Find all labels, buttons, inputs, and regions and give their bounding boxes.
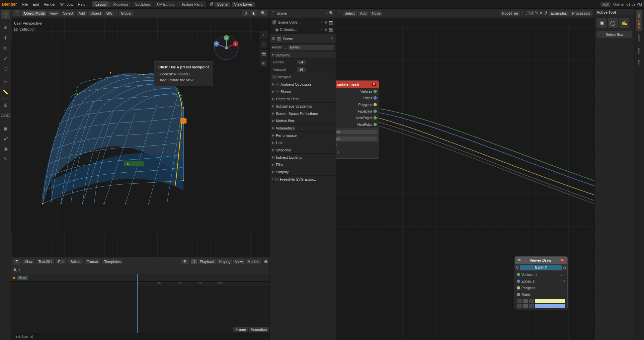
select-mode-circle-btn[interactable]: ◯	[608, 18, 618, 28]
viewport-view-btn[interactable]: View	[48, 11, 60, 16]
collection-cam2-icon[interactable]: 📷	[329, 28, 334, 32]
timeline-search-icon[interactable]: 🔍	[181, 259, 189, 264]
viewport-search-btn[interactable]: 🔍	[259, 10, 268, 16]
motionblur-section[interactable]: ▶ Motion Blur	[270, 117, 336, 125]
select-box-btn[interactable]: Select Box	[597, 31, 632, 38]
tab-item[interactable]: Item	[636, 45, 642, 57]
viewport-object-btn[interactable]: Object	[88, 11, 103, 16]
render-props-edit-icon[interactable]: ✎	[331, 37, 334, 41]
viewer-vertices-socket[interactable]	[517, 273, 520, 276]
color-swatch-3[interactable]	[529, 299, 534, 303]
scene-vis-icon[interactable]: ✓	[320, 20, 323, 25]
color-swatch-blue[interactable]	[535, 304, 565, 308]
sidebar-sculpt-icon[interactable]: ◉	[1, 144, 10, 153]
viewport-checkbox[interactable]: ✓	[273, 75, 277, 79]
sidebar-add-icon[interactable]: ⊞	[1, 100, 10, 110]
viewport-shading-btn[interactable]: ◐	[250, 10, 258, 16]
dof-section[interactable]: ▶ Depth of Field	[270, 95, 336, 103]
current-frame-display[interactable]: 1	[191, 259, 197, 264]
axis-widget[interactable]: Y X Z	[213, 35, 240, 61]
workspace-modeling[interactable]: Modeling	[110, 1, 131, 7]
simplify-section[interactable]: ▶ Simplify	[270, 168, 336, 176]
beauty-dropdown-2[interactable]: Beauty	[336, 136, 377, 141]
sss-section[interactable]: ▶ Subsurface Scattering	[270, 103, 336, 110]
timeline-text-btn[interactable]: Text.001	[37, 259, 54, 264]
outliner-search-icon[interactable]: 🔍	[329, 11, 334, 15]
sidebar-select-icon[interactable]: ▣	[1, 124, 10, 133]
menu-edit[interactable]: Edit	[31, 2, 41, 7]
node-menu-icon[interactable]: ☰	[338, 11, 341, 15]
viewer-matrix-socket[interactable]	[517, 293, 520, 296]
timeline-record-btn[interactable]	[264, 260, 268, 263]
color-swatch-6[interactable]	[529, 304, 534, 308]
select-mode-lasso-btn[interactable]: ✍	[619, 18, 629, 28]
tab-tool[interactable]: Tool	[636, 57, 642, 69]
viewport-zoom-out-icon[interactable]: −	[260, 41, 268, 48]
collection-ex-icon[interactable]: ◉	[324, 28, 328, 32]
outliner-icon-1[interactable]: ⊞	[325, 11, 328, 15]
sidebar-annotate-icon[interactable]: ✏	[1, 77, 10, 86]
freestyle-checkbox[interactable]	[275, 178, 279, 181]
processing-btn[interactable]: Processing	[570, 11, 592, 16]
viewport-gis-btn[interactable]: GIS	[104, 11, 115, 16]
volumetrics-section[interactable]: ▶ Volumetrics	[270, 125, 336, 132]
sidebar-paint-icon[interactable]: 🖌	[1, 134, 10, 143]
viewport-global-btn[interactable]: Global	[119, 11, 133, 16]
sidebar-gpencil-icon[interactable]: ✎	[1, 154, 10, 164]
scene-sel-icon[interactable]: ◉	[324, 20, 328, 25]
triangulate-mesh-node[interactable]: Triangulate mesh II Vertices Edges Polyg…	[336, 80, 379, 159]
workspace-layout[interactable]: Layout	[92, 1, 110, 7]
node-add-btn[interactable]: Node	[370, 11, 382, 16]
ssr-section[interactable]: ▶ Screen Space Reflections	[270, 110, 336, 117]
freestyle-section[interactable]: ▾ Freestyle SVG Expo...	[270, 176, 336, 183]
timeline-playhead[interactable]	[137, 274, 138, 333]
viewport-grid-icon[interactable]: ⊞	[260, 59, 268, 67]
color-swatch-5[interactable]	[523, 304, 528, 308]
viewer-expand-icon[interactable]: ⬡	[563, 266, 566, 270]
sidebar-cursor-icon[interactable]: ⊕	[1, 23, 10, 32]
tab-view[interactable]: View	[636, 32, 642, 44]
timeline-menu-btn[interactable]: ☰	[13, 259, 21, 265]
color-swatch-yellow[interactable]	[535, 299, 565, 303]
edges-socket[interactable]	[373, 96, 377, 100]
render-props-menu-icon[interactable]: ☰	[272, 37, 275, 41]
newpolys-socket[interactable]	[373, 123, 377, 126]
node-tree-btn[interactable]: NodeTree	[500, 11, 520, 16]
node-canvas[interactable]: Triangulate mesh II Vertices Edges Polyg…	[336, 27, 594, 340]
tab-animation[interactable]: Animation	[249, 327, 269, 332]
timeline-edit-btn[interactable]: Edit	[56, 259, 66, 264]
color-swatch-2[interactable]	[523, 299, 528, 303]
beauty-dropdown-1[interactable]: Beauty	[336, 130, 377, 134]
scene-properties-icon[interactable]: 🎬	[277, 37, 282, 41]
hair-section[interactable]: ▶ Hair	[270, 139, 336, 146]
ambient-checkbox[interactable]	[276, 83, 279, 86]
viewer-polygons-socket[interactable]	[517, 286, 520, 290]
menu-window[interactable]: Window	[58, 2, 75, 7]
viewport-select-btn[interactable]: Select	[61, 11, 75, 16]
collection-vis-icon[interactable]: ✓	[320, 28, 323, 32]
workspace-texturepaint[interactable]: Texture Paint	[178, 1, 206, 7]
viewer-edges-socket[interactable]	[517, 280, 520, 283]
tab-active-tool[interactable]: Active Tool	[636, 10, 642, 31]
vertices-socket[interactable]	[373, 90, 377, 93]
bloom-section[interactable]: ▶ Bloom	[270, 88, 336, 95]
sampling-section[interactable]: ▾ Sampling	[270, 51, 336, 59]
viewport-3d[interactable]: N	[11, 18, 270, 257]
viewport-add-btn[interactable]: Add	[77, 11, 87, 16]
ambient-occlusion-section[interactable]: ▶ Ambient Occlusion	[270, 81, 336, 88]
timeline-templates-btn[interactable]: Templates	[102, 259, 123, 264]
menu-file[interactable]: File	[20, 2, 30, 7]
workspace-uvediting[interactable]: UV Editing	[154, 1, 178, 7]
view-layer-selector[interactable]: View Layer	[232, 2, 255, 7]
sidebar-move-icon[interactable]: ✛	[1, 33, 10, 42]
timeline-playback-btn[interactable]: Playback	[198, 259, 217, 264]
engine-selector[interactable]: Full	[601, 2, 610, 7]
node-select-btn[interactable]: Add	[358, 11, 369, 16]
summary-triangle[interactable]: ▶	[13, 276, 16, 280]
outliner-menu-icon[interactable]: ☰	[272, 11, 275, 15]
sidebar-transform-icon[interactable]: ⬡	[1, 64, 10, 73]
viewport-overlay-btn[interactable]: ⬡	[242, 10, 249, 16]
timeline-area[interactable]: 🔍 1 ▶ Sum 1 50 100 150 200	[11, 266, 270, 333]
tab-frame[interactable]: Frame	[233, 327, 248, 332]
bloom-checkbox[interactable]	[276, 90, 279, 93]
